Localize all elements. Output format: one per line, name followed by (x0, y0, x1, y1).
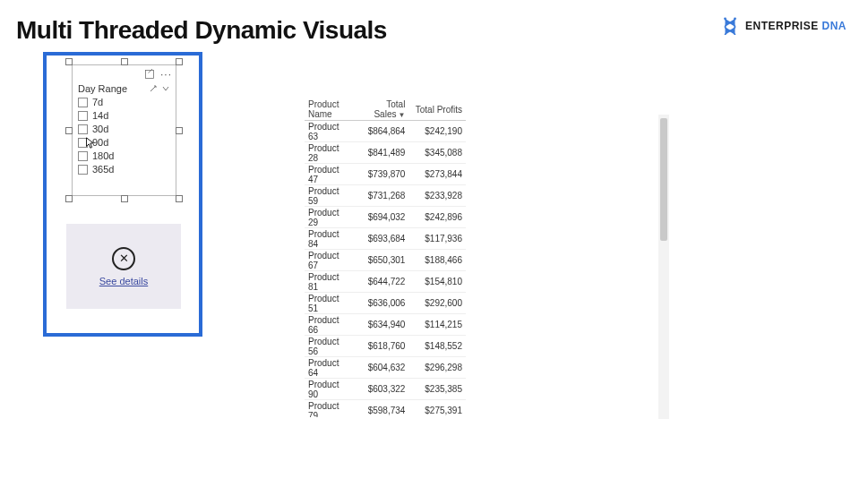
table-row[interactable]: Product 84$693,684$117,936 (305, 228, 466, 250)
table-row[interactable]: Product 59$731,268$233,928 (305, 185, 466, 207)
checkbox[interactable] (78, 124, 88, 134)
svg-point-0 (724, 17, 726, 20)
table-row[interactable]: Product 79$598,734$275,391 (305, 400, 466, 418)
slicer-item-label: 180d (92, 150, 114, 163)
slicer-item-14d[interactable]: 14d (78, 109, 170, 123)
table-row[interactable]: Product 29$694,032$242,896 (305, 207, 466, 228)
slicer-title: Day Range (78, 83, 145, 94)
checkbox[interactable] (78, 138, 88, 148)
sort-desc-icon: ▼ (398, 111, 405, 119)
column-header[interactable]: Total Profits (408, 98, 466, 121)
table-row[interactable]: Product 47$739,870$273,844 (305, 164, 466, 185)
svg-point-3 (729, 30, 731, 31)
slicer-item-label: 7d (92, 96, 103, 109)
slicer-item-30d[interactable]: 30d (78, 123, 170, 136)
table-row[interactable]: Product 81$644,722$154,810 (305, 271, 466, 293)
see-details-link[interactable]: See details (99, 276, 148, 286)
slicer-item-label: 365d (92, 163, 114, 176)
svg-point-2 (729, 21, 731, 23)
table-row[interactable]: Product 51$636,006$292,600 (305, 293, 466, 314)
slicer-item-label: 30d (92, 123, 108, 136)
eraser-icon[interactable] (149, 84, 158, 93)
table-row[interactable]: Product 56$618,760$148,552 (305, 336, 466, 357)
error-visual-card: ✕ See details (66, 224, 181, 309)
slicer-item-365d[interactable]: 365d (78, 163, 170, 176)
focus-mode-icon[interactable] (144, 69, 155, 80)
more-options-icon[interactable]: ··· (160, 68, 172, 81)
dna-icon (720, 16, 740, 36)
table-row[interactable]: Product 67$650,301$188,466 (305, 250, 466, 271)
chevron-down-icon[interactable] (161, 84, 170, 93)
selection-frame: ··· Day Range 7d14d30d90d180d365d ✕ See … (43, 52, 202, 337)
slicer-item-180d[interactable]: 180d (78, 150, 170, 163)
table-row[interactable]: Product 90$603,322$235,385 (305, 379, 466, 400)
table-scrollbar[interactable] (658, 115, 669, 419)
checkbox[interactable] (78, 151, 88, 161)
error-x-icon: ✕ (112, 247, 135, 270)
table-row[interactable]: Product 63$864,864$242,190 (305, 121, 466, 142)
day-range-slicer[interactable]: ··· Day Range 7d14d30d90d180d365d (72, 64, 176, 196)
product-table-visual[interactable]: Product NameTotal Sales▼Total Profits Pr… (305, 98, 663, 417)
scrollbar-thumb[interactable] (660, 118, 667, 241)
table-row[interactable]: Product 66$634,940$114,215 (305, 314, 466, 336)
slicer-item-7d[interactable]: 7d (78, 96, 170, 109)
slicer-item-label: 90d (92, 136, 108, 150)
checkbox[interactable] (78, 165, 88, 175)
brand-logo: ENTERPRISE DNA (720, 16, 847, 36)
table-row[interactable]: Product 64$604,632$296,298 (305, 357, 466, 379)
table-row[interactable]: Product 28$841,489$345,088 (305, 142, 466, 164)
column-header[interactable]: Product Name (305, 98, 351, 121)
svg-point-1 (734, 17, 736, 20)
slicer-item-label: 14d (92, 109, 108, 123)
column-header[interactable]: Total Sales▼ (351, 98, 409, 121)
slicer-item-90d[interactable]: 90d (78, 136, 170, 150)
checkbox[interactable] (78, 98, 88, 107)
checkbox[interactable] (78, 111, 88, 121)
